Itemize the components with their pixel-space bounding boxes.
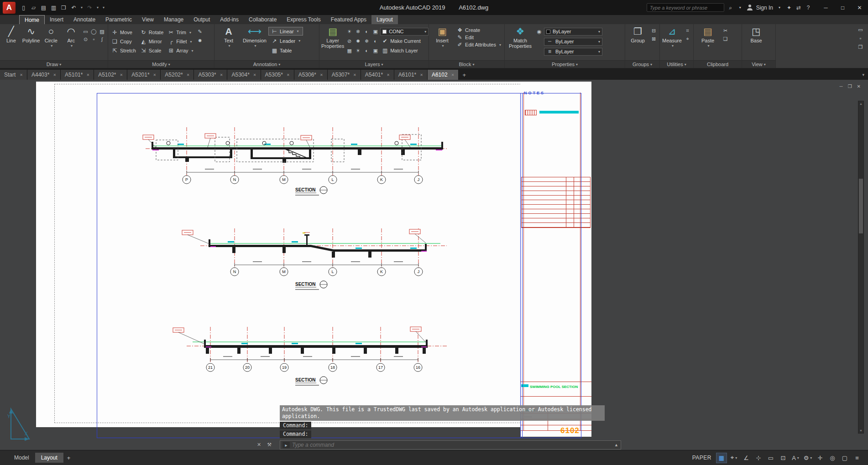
file-tab-overflow-icon[interactable]: ▾ (858, 70, 868, 80)
ribbon-tab-featured-apps[interactable]: Featured Apps (326, 15, 371, 24)
graphics-performance-icon[interactable]: ▢ (839, 453, 850, 463)
hatch-tool-icon[interactable]: ▨ (98, 28, 106, 35)
new-layout-button[interactable]: + (67, 455, 71, 461)
tab-close-icon[interactable]: ✕ (86, 73, 89, 77)
scrollbar-thumb[interactable] (859, 179, 863, 233)
isolate-objects-icon[interactable]: ◎ (827, 453, 838, 463)
polar-tracking-icon[interactable]: ∠ (741, 453, 752, 463)
move-button[interactable]: ✛Move (110, 28, 137, 37)
rotate-button[interactable]: ↻Rotate (139, 28, 165, 37)
layer-freeze2-icon[interactable]: ❄ (363, 37, 371, 45)
ribbon-tab-collaborate[interactable]: Collaborate (244, 15, 282, 24)
help-icon[interactable]: ? (805, 5, 811, 11)
plot-icon[interactable]: ❒ (59, 3, 68, 12)
insert-button[interactable]: ▣ Insert (431, 25, 454, 59)
layer-isolate-icon[interactable]: ✹ (354, 37, 362, 45)
object-color-combo[interactable]: ByLayer ▾ (544, 28, 602, 36)
spline-tool-icon[interactable]: ∫ (98, 36, 106, 43)
scroll-down-icon[interactable]: ▼ (859, 429, 863, 432)
new-file-icon[interactable]: ▯ (19, 3, 28, 12)
ribbon-tool1-icon[interactable]: ▭ (857, 26, 864, 33)
panel-label-view[interactable]: View (742, 60, 775, 68)
panel-label-properties[interactable]: Properties (505, 60, 625, 68)
tab-close-icon[interactable]: ✕ (420, 73, 423, 77)
arc-button[interactable]: ◠ Arc (62, 25, 80, 59)
tab-close-icon[interactable]: ✕ (253, 73, 256, 77)
vertical-scrollbar[interactable]: ▲ ▼ (858, 101, 864, 434)
command-customize-icon[interactable]: ⚒ (267, 442, 272, 448)
crosshair-icon[interactable]: ✛ (815, 453, 826, 463)
region-tool-icon[interactable]: ▫ (90, 36, 98, 43)
copy-button[interactable]: ❏Copy (110, 37, 137, 46)
ribbon-tab-view[interactable]: View (137, 15, 159, 24)
group-edit-icon[interactable]: ⊟ (650, 27, 658, 34)
stay-connected-icon[interactable]: ⇄ (795, 5, 802, 11)
ribbon-tab-manage[interactable]: Manage (159, 15, 188, 24)
layer-properties-button[interactable]: ▤ Layer Properties (321, 25, 344, 59)
group-button[interactable]: ❐ Group (627, 25, 648, 59)
file-tab-a5102[interactable]: A5102*✕ (94, 70, 127, 80)
file-tab-a5101[interactable]: A5101*✕ (61, 70, 94, 80)
circle-button[interactable]: ○ Circle (42, 25, 61, 59)
color-combo-dropdown-icon[interactable]: ▾ (598, 30, 600, 34)
id-point-icon[interactable]: ⌖ (684, 35, 691, 42)
qat-customize-icon[interactable]: ▾ (101, 3, 106, 12)
layer-combo-dropdown-icon[interactable]: ▾ (424, 30, 426, 34)
file-tab-start[interactable]: Start✕ (0, 70, 27, 80)
cut-icon[interactable]: ✂ (722, 27, 729, 34)
panel-label-layers[interactable]: Layers (319, 60, 429, 68)
osnap-icon[interactable]: ⌖ (728, 453, 739, 463)
maximize-button[interactable]: □ (834, 0, 851, 15)
scale-button[interactable]: ⇲Scale (139, 46, 165, 55)
ribbon-tab-parametric[interactable]: Parametric (100, 15, 137, 24)
file-tab-a5307[interactable]: A5307*✕ (328, 70, 361, 80)
layer-on2-icon[interactable]: ☀ (354, 47, 362, 54)
mirror-button[interactable]: ◭Mirror (139, 37, 165, 46)
ribbon-tab-annotate[interactable]: Annotate (68, 15, 100, 24)
file-tab-a6102[interactable]: A6102✕ (428, 70, 459, 80)
ribbon-tab-home[interactable]: Home (19, 15, 45, 24)
layer-off-icon[interactable]: ⊘ (345, 37, 353, 45)
drawing-canvas[interactable]: P N M L K J SECTION (0, 80, 868, 450)
new-drawing-tab-button[interactable]: + (459, 70, 470, 80)
ribbon-tool2-icon[interactable]: ▫ (857, 35, 864, 42)
tab-close-icon[interactable]: ✕ (153, 73, 157, 77)
open-file-icon[interactable]: ▱ (29, 3, 38, 12)
file-tab-a5202[interactable]: A5202*✕ (161, 70, 194, 80)
line-button[interactable]: ╱ Line (2, 25, 21, 59)
make-current-button[interactable]: ✔ Make Current (380, 38, 422, 44)
save-as-icon[interactable]: ▥ (49, 3, 58, 12)
table-button[interactable]: ▦ Table (268, 46, 303, 55)
file-tab-a5303[interactable]: A5303*✕ (194, 70, 227, 80)
undo-icon[interactable]: ↶ (69, 3, 78, 12)
save-icon[interactable]: ▤ (39, 3, 48, 12)
customize-icon[interactable]: ≡ (852, 453, 863, 463)
app-store-icon[interactable]: ✦ (786, 5, 792, 11)
lineweight-combo[interactable]: ≡ ByLayer ▾ (544, 48, 602, 56)
object-snap-tracking-icon[interactable]: ⊹ (753, 453, 764, 463)
autocad-logo-icon[interactable]: A (3, 2, 16, 14)
match-properties-button[interactable]: ❖ Match Properties (507, 25, 534, 59)
leader-button[interactable]: ↗ Leader (268, 36, 303, 45)
drawing-restore-icon[interactable]: ❐ (848, 84, 852, 89)
file-tab-a5201[interactable]: A5201*✕ (127, 70, 161, 80)
panel-label-groups[interactable]: Groups (625, 60, 659, 68)
layer-walk-icon[interactable]: ◐ (363, 47, 371, 54)
paste-button[interactable]: ▤ Paste (695, 25, 720, 59)
rectangle-tool-icon[interactable]: ▭ (82, 28, 89, 35)
layer-select-combo[interactable]: CONC ▾ (380, 28, 429, 36)
dimension-button[interactable]: ⟷ Dimension (242, 25, 267, 59)
panel-label-utilities[interactable]: Utilities (660, 60, 693, 68)
file-tab-a6101[interactable]: A6101*✕ (394, 70, 428, 80)
panel-label-clipboard[interactable]: Clipboard (694, 60, 742, 68)
layer-color-icon[interactable]: ▣ (371, 28, 379, 35)
drawing-minimize-icon[interactable]: ─ (840, 84, 843, 89)
redo-dropdown-icon[interactable]: ▾ (95, 3, 100, 12)
undo-dropdown-icon[interactable]: ▾ (79, 3, 84, 12)
trim-button[interactable]: ✂Trim (166, 28, 194, 37)
scroll-up-icon[interactable]: ▲ (859, 102, 863, 105)
redo-icon[interactable]: ↷ (85, 3, 94, 12)
annotation-visibility-icon[interactable]: A (790, 453, 801, 463)
edit-block-button[interactable]: ✎ Edit (455, 34, 502, 41)
layer-lock-icon[interactable]: ◐ (363, 28, 371, 35)
